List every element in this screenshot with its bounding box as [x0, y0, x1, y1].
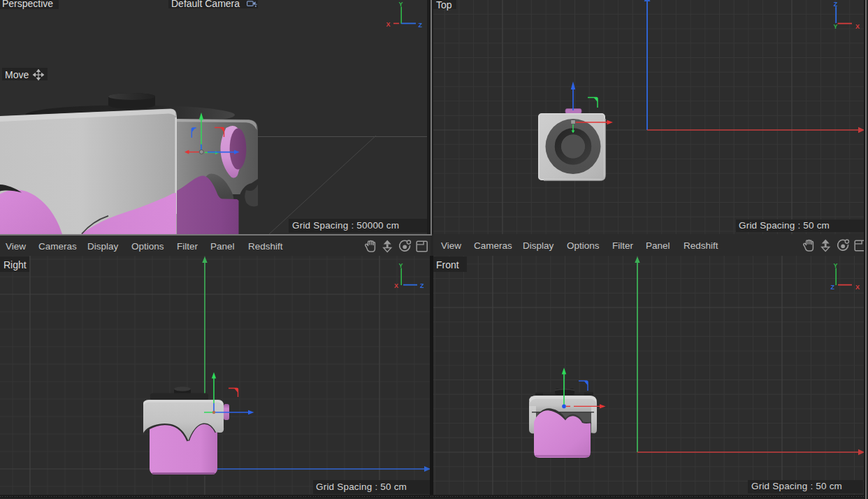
- svg-text:X: X: [855, 284, 860, 291]
- svg-text:X: X: [386, 21, 391, 28]
- svg-text:Z: Z: [834, 1, 838, 8]
- svg-text:Z: Z: [420, 282, 424, 289]
- svg-text:Z: Z: [831, 284, 835, 291]
- svg-text:Z: Z: [419, 22, 423, 29]
- svg-text:Y: Y: [399, 262, 403, 269]
- svg-text:Y: Y: [834, 23, 838, 30]
- svg-text:X: X: [855, 23, 860, 30]
- svg-text:Y: Y: [399, 1, 403, 8]
- svg-text:Y: Y: [834, 262, 838, 269]
- svg-text:X: X: [394, 282, 398, 289]
